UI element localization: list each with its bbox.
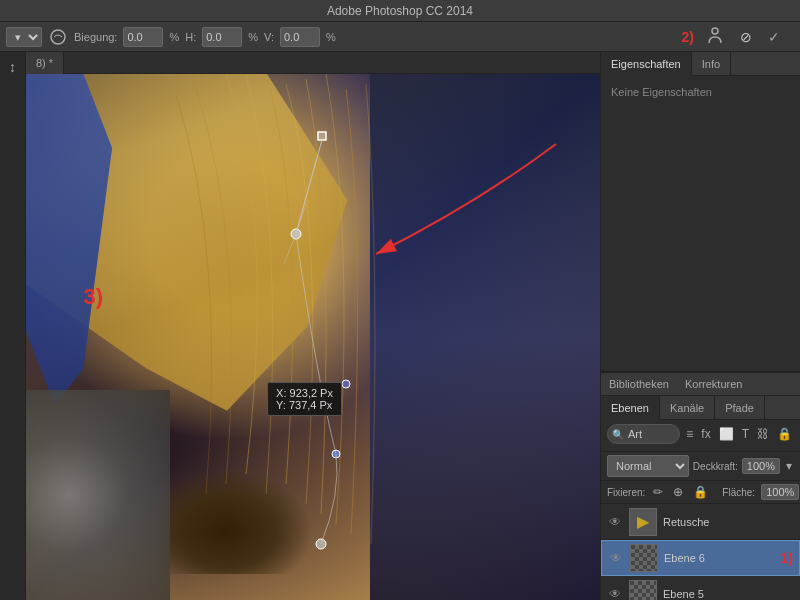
layer-item-ebene6[interactable]: 👁 Ebene 6 1) [601, 540, 800, 576]
properties-panel: Eigenschaften Info Keine Eigenschaften [601, 52, 800, 372]
right-panel: Eigenschaften Info Keine Eigenschaften B… [600, 52, 800, 600]
link-btn[interactable]: ⛓ [755, 427, 771, 441]
search-icon: 🔍 [612, 429, 624, 440]
h-value-input[interactable] [202, 27, 242, 47]
annotation-2-label: 2) [682, 29, 694, 45]
warp-value-input[interactable] [123, 27, 163, 47]
eye-icon-retusche[interactable]: 👁 [609, 515, 621, 529]
tab-pfade[interactable]: Pfade [715, 396, 765, 420]
tab-eigenschaften[interactable]: Eigenschaften [601, 52, 692, 76]
cancel-warp-btn[interactable]: ⊘ [736, 27, 756, 47]
eye-icon-ebene5[interactable]: 👁 [609, 587, 621, 601]
warp-label: Biegung: [74, 31, 117, 43]
layer-visibility-retusche[interactable]: 👁 [607, 515, 623, 529]
blend-mode-dropdown[interactable]: Normal [607, 455, 689, 477]
jewel-area [26, 390, 170, 600]
app-title: Adobe Photoshop CC 2014 [327, 4, 473, 18]
adjustment-btn[interactable]: ⬜ [717, 427, 736, 441]
v-percent: % [326, 31, 336, 43]
h-label: H: [185, 31, 196, 43]
main-area: ↕ 8) * [0, 52, 800, 600]
annotation-1: 1) [781, 550, 793, 566]
fill-value[interactable]: 100% [761, 484, 799, 500]
h-percent: % [248, 31, 258, 43]
layers-panel: Ebenen Kanäle Pfade 🔍 Art ≡ fx [601, 396, 800, 600]
annotation-3: 3) [83, 284, 103, 310]
eye-icon-ebene6[interactable]: 👁 [610, 551, 622, 565]
tab-bibliotheken[interactable]: Bibliotheken [601, 372, 677, 396]
opacity-dropdown-btn[interactable]: ▾ [784, 459, 794, 473]
layer-thumb-retusche: ▶ [629, 508, 657, 536]
warp-icon [48, 27, 68, 47]
canvas-tab-label: 8) * [36, 57, 53, 69]
opacity-label: Deckkraft: [693, 461, 738, 472]
layer-name-retusche: Retusche [663, 516, 794, 528]
layer-item-retusche[interactable]: 👁 ▶ Retusche [601, 504, 800, 540]
coord-y: Y: 737,4 Px [276, 399, 333, 411]
tab-info[interactable]: Info [692, 52, 731, 76]
left-toolbar: ↕ [0, 52, 26, 600]
layer-item-ebene5[interactable]: 👁 Ebene 5 [601, 576, 800, 600]
layer-visibility-ebene5[interactable]: 👁 [607, 587, 623, 601]
dark-bg-right [370, 74, 600, 600]
filter-label: Art [628, 428, 642, 440]
canvas-tab-bar: 8) * [26, 52, 600, 74]
coord-tooltip: X: 923,2 Px Y: 737,4 Px [267, 382, 342, 416]
lock-row: Fixieren: ✏ ⊕ 🔒 Fläche: 100% ▾ [601, 481, 800, 504]
tool-selector[interactable]: ▾ [6, 27, 42, 47]
no-properties-label: Keine Eigenschaften [601, 76, 800, 108]
tab-korrekturen[interactable]: Korrekturen [677, 372, 750, 396]
folder-icon: ▶ [637, 512, 649, 531]
lock-move-btn[interactable]: ⊕ [671, 485, 685, 499]
warp-percent: % [169, 31, 179, 43]
v-value-input[interactable] [280, 27, 320, 47]
layer-controls: 🔍 Art ≡ fx ⬜ T ⛓ 🔒 [601, 420, 800, 452]
top-toolbar: ▾ Biegung: % H: % V: % 2) ⊘ ✓ [0, 22, 800, 52]
canvas-area[interactable]: 8) * [26, 52, 600, 600]
filter-type-btn[interactable]: ≡ [684, 427, 695, 441]
thumb-checkered-ebene6 [631, 545, 657, 571]
title-bar: Adobe Photoshop CC 2014 [0, 0, 800, 22]
warp-person-btn[interactable] [702, 24, 728, 49]
lock-all-btn[interactable]: 🔒 [691, 485, 710, 499]
layer-visibility-ebene6[interactable]: 👁 [608, 551, 624, 565]
move-tool-btn[interactable]: ↕ [6, 56, 19, 78]
opacity-value[interactable]: 100% [742, 458, 780, 474]
coord-x: X: 923,2 Px [276, 387, 333, 399]
layer-filter-box[interactable]: 🔍 Art [607, 424, 680, 444]
layer-thumb-ebene5 [629, 580, 657, 601]
confirm-warp-btn[interactable]: ✓ [764, 27, 784, 47]
layers-tab-bar: Ebenen Kanäle Pfade [601, 396, 800, 420]
lock-label: Fixieren: [607, 487, 645, 498]
canvas-tab[interactable]: 8) * [26, 52, 64, 74]
tab-kanaele[interactable]: Kanäle [660, 396, 715, 420]
v-label: V: [264, 31, 274, 43]
svg-point-1 [712, 28, 718, 34]
canvas-inner: X: 923,2 Px Y: 737,4 Px 3) [26, 74, 600, 600]
lock-btn[interactable]: 🔒 [775, 427, 794, 441]
thumb-checkered-ebene5 [630, 581, 656, 601]
fill-label: Fläche: [722, 487, 755, 498]
tab-ebenen[interactable]: Ebenen [601, 396, 660, 420]
lib-bar: Bibliotheken Korrekturen [601, 372, 800, 396]
layer-name-ebene6: Ebene 6 [664, 552, 771, 564]
add-style-btn[interactable]: fx [699, 427, 712, 441]
blend-mode-row: Normal Deckkraft: 100% ▾ [601, 452, 800, 481]
layer-name-ebene5: Ebene 5 [663, 588, 794, 600]
layer-thumb-ebene6 [630, 544, 658, 572]
lock-position-btn[interactable]: ✏ [651, 485, 665, 499]
properties-tab-bar: Eigenschaften Info [601, 52, 800, 76]
layer-list: 👁 ▶ Retusche 👁 Ebene 6 1) [601, 504, 800, 600]
toolbar-right-icons: 2) ⊘ ✓ [682, 24, 784, 49]
mask-btn[interactable]: T [740, 427, 751, 441]
svg-point-0 [51, 30, 65, 44]
